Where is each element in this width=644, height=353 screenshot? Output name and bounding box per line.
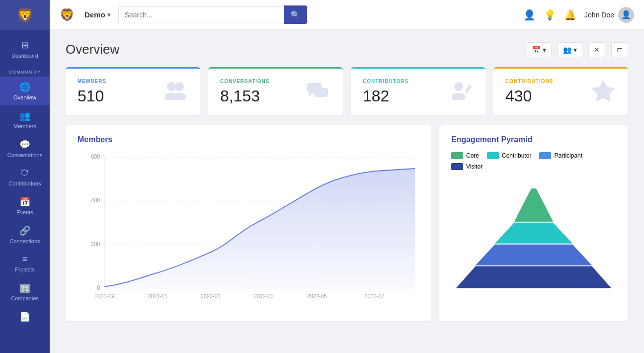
sidebar-item-companies[interactable]: 🏢 Companies	[0, 277, 50, 306]
sidebar-item-contributions[interactable]: 🛡 Contributions	[0, 163, 50, 191]
core-label: Core	[466, 152, 479, 159]
contributors-stat-icon	[448, 80, 474, 104]
sidebar-item-projects[interactable]: ≡ Projects	[0, 249, 50, 277]
contributions-stat-icon	[590, 79, 616, 105]
companies-icon: 🏢	[19, 282, 30, 293]
members-icon: 👥	[19, 110, 30, 121]
stat-card-conversations: CONVERSATIONS 8,153	[208, 67, 343, 115]
members-chart-title: Members	[78, 135, 419, 144]
search-button[interactable]: 🔍	[284, 5, 307, 24]
conversations-label: CONVERSATIONS	[220, 79, 270, 84]
svg-text:600: 600	[91, 153, 100, 160]
sidebar-item-dashboard[interactable]: ⊞ Dashboard	[0, 35, 50, 64]
visitor-label: Visitor	[466, 163, 483, 170]
legend-item-contributor: Contributor	[487, 152, 531, 159]
main-content: 🦁 Demo ▾ 🔍 👤 💡 🔔 John Doe 👤 Overview 📅	[50, 0, 644, 353]
community-section-label: COMMUNITY	[0, 64, 50, 77]
legend-item-participant: Participant	[539, 152, 582, 159]
group-filter-button[interactable]: 👥 ▾	[558, 42, 582, 57]
participant-label: Participant	[554, 152, 582, 159]
svg-point-8	[452, 93, 466, 100]
contributions-icon: 🛡	[20, 168, 29, 178]
sidebar-item-label: Dashboard	[11, 53, 38, 59]
page-content: Overview 📅 ▾ 👥 ▾ ✕ ⊏	[50, 30, 644, 353]
sidebar-item-connections[interactable]: 🔗 Connections	[0, 220, 50, 249]
svg-point-0	[167, 82, 176, 91]
topbar: 🦁 Demo ▾ 🔍 👤 💡 🔔 John Doe 👤	[50, 0, 644, 30]
conversations-icon: 💬	[19, 139, 30, 150]
svg-marker-26	[495, 223, 572, 244]
sidebar-logo-emoji: 🦁	[16, 7, 34, 23]
svg-text:2022-05: 2022-05	[307, 292, 327, 299]
user-name: John Doe	[584, 11, 614, 19]
sidebar-item-conversations[interactable]: 💬 Conversations	[0, 134, 50, 163]
sidebar-item-events[interactable]: 📅 Events	[0, 191, 50, 220]
search-input[interactable]	[118, 6, 284, 23]
svg-point-7	[454, 82, 463, 91]
contributor-swatch	[487, 152, 499, 159]
engagement-pyramid-card: Engagement Pyramid Core Contributor Part…	[439, 125, 628, 321]
members-chart-card: Members 0 200 400 600	[66, 125, 431, 321]
charts-row: Members 0 200 400 600	[66, 125, 628, 321]
sidebar-item-reports[interactable]: 📄	[0, 306, 50, 327]
share-icon: ⊏	[617, 46, 623, 54]
topbar-icons: 👤 💡 🔔 John Doe 👤	[523, 7, 634, 23]
overview-icon: 🌐	[19, 82, 30, 92]
members-stat-icon	[162, 80, 188, 104]
svg-marker-24	[456, 266, 611, 288]
close-button[interactable]: ✕	[588, 42, 605, 57]
line-chart-svg: 0 200 400 600 2021-09 2021-11 2022-01 20…	[78, 152, 419, 311]
legend-item-core: Core	[451, 152, 479, 159]
members-label: MEMBERS	[78, 79, 106, 84]
sidebar-item-label: Conversations	[7, 152, 42, 158]
svg-text:2022-07: 2022-07	[365, 292, 385, 299]
visitor-swatch	[451, 163, 463, 170]
sidebar-item-overview[interactable]: 🌐 Overview	[0, 77, 50, 105]
sidebar-item-label: Events	[16, 209, 33, 215]
page-title: Overview	[66, 42, 119, 57]
members-value: 510	[78, 87, 106, 105]
projects-icon: ≡	[22, 254, 28, 265]
sidebar: 🦁 ⊞ Dashboard COMMUNITY 🌐 Overview 👥 Mem…	[0, 0, 50, 353]
sidebar-item-label: Members	[13, 123, 36, 129]
search-bar: 🔍	[118, 5, 307, 24]
line-chart-area: 0 200 400 600 2021-09 2021-11 2022-01 20…	[78, 152, 419, 311]
person-icon[interactable]: 👤	[523, 9, 536, 21]
topbar-app-name[interactable]: Demo ▾	[84, 10, 110, 19]
core-swatch	[451, 152, 463, 159]
group-chevron: ▾	[573, 46, 577, 54]
bulb-icon[interactable]: 💡	[544, 9, 556, 21]
share-button[interactable]: ⊏	[611, 42, 628, 57]
sidebar-item-label: Overview	[13, 94, 36, 100]
svg-text:2021-11: 2021-11	[148, 292, 167, 299]
conversations-stat-icon	[305, 80, 331, 104]
stat-card-contributors: CONTRIBUTORS 182	[351, 67, 485, 115]
sidebar-item-label: Projects	[15, 266, 35, 272]
contributor-label: Contributor	[502, 152, 531, 159]
calendar-filter-button[interactable]: 📅 ▾	[527, 42, 552, 57]
sidebar-item-label: Companies	[11, 295, 39, 301]
participant-swatch	[539, 152, 551, 159]
svg-text:2021-09: 2021-09	[94, 292, 114, 299]
conversations-value: 8,153	[220, 87, 270, 105]
sidebar-item-label: Contributions	[9, 180, 41, 186]
close-icon: ✕	[594, 46, 600, 54]
pyramid-legend: Core Contributor Participant Visitor	[451, 152, 616, 170]
app-name-label: Demo	[84, 10, 105, 19]
app-name-chevron: ▾	[107, 11, 110, 18]
contributions-label: CONTRIBUTIONS	[505, 79, 553, 84]
sidebar-logo: 🦁	[0, 0, 50, 30]
svg-text:2022-03: 2022-03	[254, 292, 274, 299]
reports-icon: 📄	[19, 311, 30, 322]
sidebar-item-members[interactable]: 👥 Members	[0, 105, 50, 134]
svg-text:0: 0	[97, 284, 100, 291]
topbar-user[interactable]: John Doe 👤	[584, 7, 634, 23]
bell-icon[interactable]: 🔔	[564, 9, 576, 21]
stat-card-members: MEMBERS 510	[66, 67, 200, 115]
svg-rect-5	[314, 88, 328, 97]
topbar-logo: 🦁	[60, 8, 75, 22]
pyramid-svg	[451, 180, 616, 294]
page-header: Overview 📅 ▾ 👥 ▾ ✕ ⊏	[66, 42, 628, 57]
svg-text:2022-01: 2022-01	[201, 292, 221, 299]
contributions-value: 430	[505, 87, 553, 105]
